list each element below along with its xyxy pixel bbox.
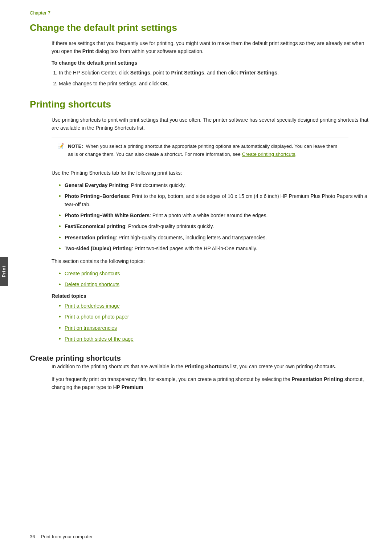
footer: 36 Print from your computer xyxy=(8,530,392,543)
list-item-4: Fast/Economical printing: Produce draft-… xyxy=(59,222,370,230)
side-tab-label: Print xyxy=(1,266,7,277)
list-item-2: Photo Printing–Borderless: Print to the … xyxy=(59,192,370,208)
section3-para1: In addition to the printing shortcuts th… xyxy=(52,362,370,370)
steps-list: In the HP Solution Center, click Setting… xyxy=(59,69,370,88)
topics-list: Create printing shortcuts Delete printin… xyxy=(59,270,370,289)
step-2: Make changes to the print settings, and … xyxy=(59,80,370,88)
borderless-link[interactable]: Print a borderless image xyxy=(65,303,120,309)
page-wrapper: Print Chapter 7 Change the default print… xyxy=(0,0,392,543)
shortcuts-list: General Everyday Printing: Print documen… xyxy=(59,181,370,253)
topic-create: Create printing shortcuts xyxy=(59,270,370,277)
related-1: Print a borderless image xyxy=(59,302,370,310)
related-4: Print on both sides of the page xyxy=(59,335,370,343)
photo-paper-link[interactable]: Print a photo on photo paper xyxy=(65,314,129,320)
both-sides-link[interactable]: Print on both sides of the page xyxy=(65,336,134,342)
use-text: Use the Printing Shortcuts tab for the f… xyxy=(52,169,370,177)
steps-heading: To change the default print settings xyxy=(52,60,370,66)
topics-intro: This section contains the following topi… xyxy=(52,257,370,265)
section2-intro: Use printing shortcuts to print with pri… xyxy=(52,116,370,132)
footer-label: Print from your computer xyxy=(41,534,93,539)
related-heading: Related topics xyxy=(52,293,370,299)
note-box: 📝 NOTE: When you select a printing short… xyxy=(52,138,348,163)
section1-intro: If there are settings that you frequentl… xyxy=(52,39,370,56)
topic-delete: Delete printing shortcuts xyxy=(59,280,370,288)
list-item-5: Presentation printing: Print high-qualit… xyxy=(59,234,370,242)
chapter-label: Chapter 7 xyxy=(30,10,370,16)
delete-shortcuts-link[interactable]: Delete printing shortcuts xyxy=(65,281,119,287)
related-2: Print a photo on photo paper xyxy=(59,313,370,321)
side-tab: Print xyxy=(0,257,8,286)
section2-title: Printing shortcuts xyxy=(30,99,370,110)
section3-title: Create printing shortcuts xyxy=(30,354,370,362)
transparencies-link[interactable]: Print on transparencies xyxy=(65,325,117,331)
create-shortcuts-link[interactable]: Create printing shortcuts xyxy=(65,271,120,276)
note-link[interactable]: Create printing shortcuts xyxy=(242,151,295,157)
note-text: NOTE: When you select a printing shortcu… xyxy=(68,142,343,158)
page-number: 36 xyxy=(30,534,35,539)
step-1: In the HP Solution Center, click Setting… xyxy=(59,69,370,77)
list-item-3: Photo Printing–With White Borders: Print… xyxy=(59,211,370,219)
section3-para2: If you frequently print on transparency … xyxy=(52,375,370,392)
note-icon: 📝 xyxy=(57,143,64,149)
section1-title: Change the default print settings xyxy=(30,22,370,33)
related-3: Print on transparencies xyxy=(59,324,370,332)
related-list: Print a borderless image Print a photo o… xyxy=(59,302,370,343)
content-area: Chapter 7 Change the default print setti… xyxy=(8,0,392,543)
list-item-6: Two-sided (Duplex) Printing: Print two-s… xyxy=(59,244,370,252)
list-item-1: General Everyday Printing: Print documen… xyxy=(59,181,370,189)
